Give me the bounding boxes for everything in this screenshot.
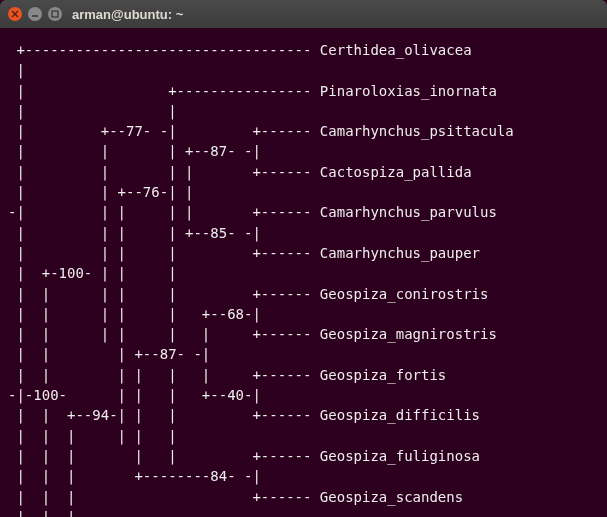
minimize-button[interactable] — [28, 7, 42, 21]
tree-output: +---------------------------------- Cert… — [8, 40, 599, 517]
window-title: arman@ubuntu: ~ — [72, 7, 183, 22]
maximize-button[interactable] — [48, 7, 62, 21]
close-button[interactable] — [8, 7, 22, 21]
terminal-window: arman@ubuntu: ~ +-----------------------… — [0, 0, 607, 517]
svg-rect-3 — [52, 11, 58, 17]
terminal-body[interactable]: +---------------------------------- Cert… — [0, 28, 607, 517]
titlebar[interactable]: arman@ubuntu: ~ — [0, 0, 607, 28]
